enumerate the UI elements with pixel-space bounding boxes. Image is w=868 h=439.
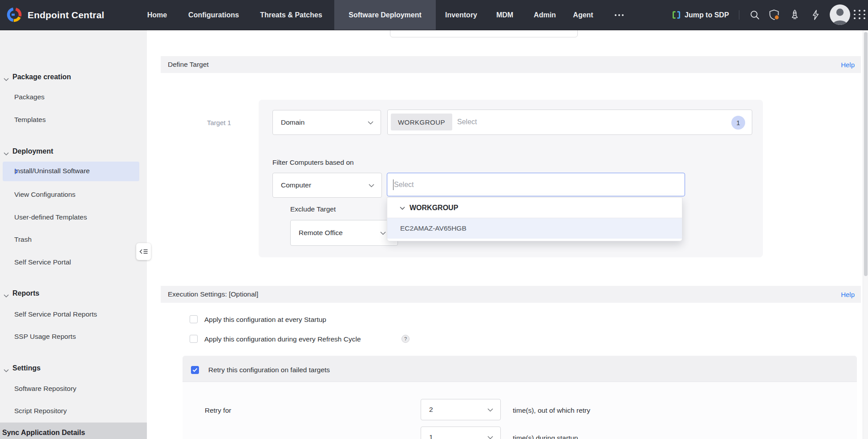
computer-search-input[interactable]: Select xyxy=(387,173,685,196)
sdp-icon xyxy=(671,0,681,30)
sidebar-section-reports[interactable]: Reports xyxy=(12,289,39,297)
dropdown-group-workgroup[interactable]: WORKGROUP xyxy=(387,198,682,218)
retry-panel: Retry this configuration on failed targe… xyxy=(183,356,857,439)
brand-name: Endpoint Central xyxy=(28,0,104,30)
quick-actions-bolt-icon[interactable] xyxy=(810,0,821,30)
jump-to-sdp-link[interactable]: Jump to SDP xyxy=(685,0,729,30)
computer-dropdown: WORKGROUP EC2AMAZ-AV65HGB xyxy=(387,197,682,241)
sidebar-item-trash[interactable]: Trash xyxy=(14,236,32,244)
execution-settings-title: Execution Settings: [Optional] xyxy=(168,290,258,298)
chevron-down-icon xyxy=(4,292,9,300)
exclude-target-label: Exclude Target xyxy=(290,205,336,213)
define-target-header: Define Target Help xyxy=(161,56,861,73)
startup-checkbox[interactable] xyxy=(190,315,198,323)
sync-application-title: Sync Application Details xyxy=(2,429,85,437)
chevron-down-icon xyxy=(487,433,493,439)
refresh-cycle-checkbox[interactable] xyxy=(190,335,198,343)
retry-startup-count-select[interactable]: 1 xyxy=(421,427,501,439)
retry-checkbox-label: Retry this configuration on failed targe… xyxy=(208,366,330,374)
sidebar-item-script-repository[interactable]: Script Repository xyxy=(14,407,67,415)
security-shield-icon[interactable] xyxy=(768,0,780,30)
target-1-label: Target 1 xyxy=(207,119,231,126)
sidebar-item-software-repository[interactable]: Software Repository xyxy=(14,385,77,393)
sidebar-item-ssp-usage-reports[interactable]: SSP Usage Reports xyxy=(14,333,76,341)
nav-item-home[interactable]: Home xyxy=(147,0,167,30)
workgroup-tag[interactable]: WORKGROUP xyxy=(391,114,452,130)
scrollbar-thumb[interactable] xyxy=(864,32,868,276)
sidebar-item-self-service-portal[interactable]: Self Service Portal xyxy=(14,258,71,266)
sidebar-item-user-defined-templates[interactable]: User-defined Templates xyxy=(14,213,87,221)
chevron-down-icon xyxy=(369,181,374,189)
execution-settings-help-link[interactable]: Help xyxy=(841,291,855,298)
selected-count-badge: 1 xyxy=(731,116,745,130)
dropdown-option-ec2amaz[interactable]: EC2AMAZ-AV65HGB xyxy=(387,218,682,239)
retry-for-label: Retry for xyxy=(205,406,231,415)
user-avatar[interactable] xyxy=(830,4,850,25)
nav-item-software-deployment-active[interactable]: Software Deployment xyxy=(334,0,436,30)
chevron-down-icon xyxy=(4,75,9,83)
checkmark-icon xyxy=(192,368,198,372)
collapse-sidebar-icon xyxy=(139,248,148,255)
chevron-down-icon xyxy=(380,229,386,237)
retry-startup-suffix: time(s) during startup xyxy=(513,434,578,439)
page-scrollbar xyxy=(863,30,868,439)
sidebar-collapse-toggle[interactable] xyxy=(136,243,151,260)
nav-item-agent[interactable]: Agent xyxy=(573,0,593,30)
define-target-title: Define Target xyxy=(168,61,209,69)
sidebar-item-install-uninstall-software[interactable]: Install/Uninstall Software xyxy=(3,162,139,181)
text-cursor xyxy=(393,179,393,190)
sidebar-item-packages[interactable]: Packages xyxy=(14,93,45,101)
define-target-help-link[interactable]: Help xyxy=(841,61,855,69)
nav-item-inventory[interactable]: Inventory xyxy=(445,0,477,30)
nav-item-admin[interactable]: Admin xyxy=(534,0,556,30)
nav-item-mdm[interactable]: MDM xyxy=(496,0,513,30)
nav-divider xyxy=(739,10,739,20)
rocket-icon[interactable] xyxy=(789,0,801,30)
sync-application-band: Sync Application Details Sync Now xyxy=(0,423,147,439)
filter-computers-label: Filter Computers based on xyxy=(272,159,354,167)
chevron-down-icon xyxy=(4,150,9,158)
startup-checkbox-label: Apply this configuration at every Startu… xyxy=(204,316,326,324)
target-type-select[interactable]: Domain xyxy=(272,110,381,135)
help-question-icon[interactable]: ? xyxy=(402,335,410,343)
retry-checkbox[interactable] xyxy=(191,366,199,374)
nav-item-configurations[interactable]: Configurations xyxy=(188,0,239,30)
retry-count-select[interactable]: 2 xyxy=(421,399,501,420)
computer-search-placeholder: Select xyxy=(394,181,414,189)
refresh-cycle-checkbox-label: Apply this configuration during every Re… xyxy=(204,335,361,343)
top-nav: Endpoint Central Home Configurations Thr… xyxy=(0,0,868,30)
sidebar-section-package-creation[interactable]: Package creation xyxy=(12,73,71,81)
sidebar-section-deployment[interactable]: Deployment xyxy=(12,147,53,155)
sidebar-section-settings[interactable]: Settings xyxy=(12,364,41,372)
sidebar-item-templates[interactable]: Templates xyxy=(14,116,46,124)
chevron-down-icon xyxy=(368,118,373,126)
chevron-right-icon xyxy=(14,168,133,176)
search-icon[interactable] xyxy=(750,0,760,30)
chevron-down-icon xyxy=(4,366,9,374)
scope-placeholder: Select xyxy=(457,118,477,126)
exclude-type-select[interactable]: Remote Office xyxy=(290,220,398,246)
chevron-down-icon xyxy=(487,406,493,414)
sidebar-item-ssp-reports[interactable]: Self Service Portal Reports xyxy=(14,310,97,318)
execution-settings-header: Execution Settings: [Optional] Help xyxy=(161,286,861,303)
chevron-down-icon xyxy=(400,204,405,212)
app-launcher-grid-icon[interactable] xyxy=(854,10,866,19)
nav-more-menu-icon[interactable] xyxy=(615,0,624,30)
endpoint-central-logo-icon[interactable] xyxy=(7,7,22,22)
nav-item-threats-patches[interactable]: Threats & Patches xyxy=(260,0,322,30)
sidebar-item-view-configurations[interactable]: View Configurations xyxy=(14,191,76,199)
endpoint-central-app: Endpoint Central Home Configurations Thr… xyxy=(0,0,868,439)
retry-count-suffix: time(s), out of which retry xyxy=(513,406,590,415)
sidebar: Package creation Packages Templates Depl… xyxy=(0,30,147,439)
target-scope-select[interactable]: WORKGROUP Select 1 xyxy=(387,110,752,135)
filter-type-select[interactable]: Computer xyxy=(272,173,382,198)
